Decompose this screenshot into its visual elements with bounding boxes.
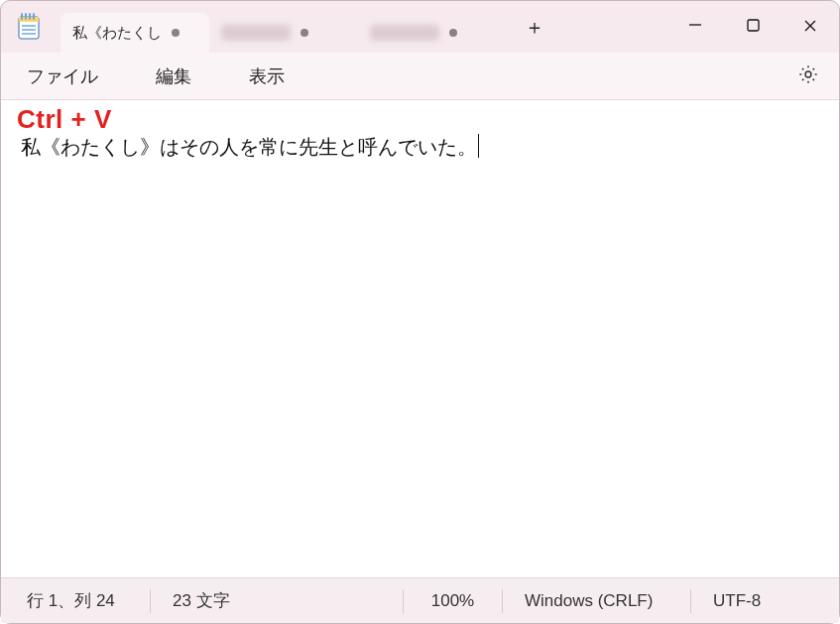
editor-content: 私《わたくし》はその人を常に先生と呼んでいた。: [21, 134, 479, 161]
title-bar: 私《わたくし ＋: [1, 1, 839, 53]
close-icon: [803, 17, 817, 38]
new-tab-button[interactable]: ＋: [515, 14, 554, 41]
modified-indicator-icon: [449, 29, 457, 37]
window-controls: [666, 1, 839, 53]
plus-icon: ＋: [525, 14, 544, 41]
modified-indicator-icon: [300, 29, 308, 37]
svg-rect-2: [21, 13, 23, 20]
shortcut-overlay-label: Ctrl + V: [17, 104, 112, 135]
maximize-button[interactable]: [724, 1, 781, 53]
tab-active[interactable]: 私《わたくし: [60, 13, 209, 53]
status-line-ending[interactable]: Windows (CRLF): [502, 589, 690, 613]
tab-inactive-2[interactable]: [358, 13, 507, 53]
app-window: 私《わたくし ＋: [0, 0, 840, 624]
tab-strip: 私《わたくし ＋: [60, 1, 554, 53]
minimize-button[interactable]: [666, 1, 724, 53]
maximize-icon: [747, 18, 760, 36]
svg-rect-10: [748, 20, 759, 31]
svg-point-13: [805, 71, 811, 77]
svg-rect-4: [29, 13, 31, 20]
status-encoding[interactable]: UTF-8: [690, 589, 839, 613]
gear-icon: [797, 71, 819, 88]
tab-title-obscured: [221, 25, 291, 41]
status-zoom[interactable]: 100%: [403, 589, 502, 613]
menu-bar: ファイル 編集 表示: [1, 53, 839, 100]
status-char-count: 23 文字: [150, 589, 308, 613]
menu-file[interactable]: ファイル: [11, 59, 114, 94]
tab-title-obscured: [370, 25, 439, 41]
status-cursor-position: 行 1、列 24: [1, 589, 150, 613]
menu-edit[interactable]: 編集: [140, 59, 207, 94]
modified-indicator-icon: [172, 29, 180, 37]
svg-rect-3: [25, 13, 27, 20]
close-button[interactable]: [781, 1, 839, 53]
notepad-app-icon: [15, 13, 43, 41]
minimize-icon: [688, 18, 702, 36]
tab-inactive-1[interactable]: [209, 13, 358, 53]
text-editor-area[interactable]: Ctrl + V 私《わたくし》はその人を常に先生と呼んでいた。: [1, 100, 839, 577]
svg-rect-5: [33, 13, 35, 20]
status-bar: 行 1、列 24 23 文字 100% Windows (CRLF) UTF-8: [1, 577, 839, 623]
tab-title: 私《わたくし: [72, 24, 162, 43]
text-caret: [478, 134, 479, 158]
menu-view[interactable]: 表示: [233, 59, 300, 94]
settings-button[interactable]: [787, 58, 829, 95]
